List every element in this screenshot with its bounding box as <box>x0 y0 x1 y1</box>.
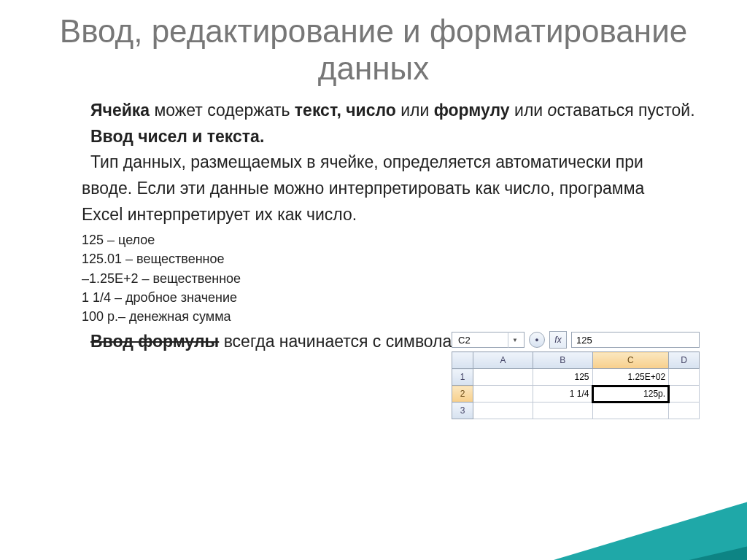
list-item: 125.01 – вещественное <box>82 249 718 268</box>
body-content: Ячейка может содержать текст, число или … <box>29 98 718 354</box>
decorative-triangle-2 <box>408 524 747 560</box>
cell-d3[interactable] <box>669 402 700 419</box>
p1-bold-formulu: формулу <box>434 101 510 120</box>
excel-name-box-value: C2 <box>458 335 471 346</box>
p1-text-3: или <box>510 101 548 120</box>
p1-italic-o: о <box>548 101 557 120</box>
row-header-1[interactable]: 1 <box>452 369 473 386</box>
col-header-d[interactable]: D <box>669 352 700 369</box>
list-item: 1 1/4 – дробное значение <box>82 288 718 307</box>
p1-bold-tekst-chislo: текст, число <box>295 101 396 120</box>
cell-b3[interactable] <box>533 402 592 419</box>
list-item: 125 – целое <box>82 230 718 249</box>
excel-formula-row: C2 ▼ ● fx 125 <box>452 331 700 349</box>
excel-header-row: A B C D <box>452 352 700 369</box>
cell-c2[interactable]: 125р. <box>592 386 669 402</box>
excel-row-3: 3 <box>452 402 700 419</box>
excel-name-box[interactable]: C2 ▼ <box>452 332 525 348</box>
p1-text-4: ставаться пустой. <box>557 101 694 120</box>
excel-formula-bar[interactable]: 125 <box>571 332 700 348</box>
paragraph-1: Ячейка может содержать текст, число или … <box>82 98 718 124</box>
row-header-3[interactable]: 3 <box>452 402 473 419</box>
list-item: 100 р.– денежная сумма <box>82 307 718 326</box>
excel-fill-handle-icon[interactable]: ● <box>529 332 545 348</box>
cell-a2[interactable] <box>473 386 533 402</box>
cell-b1[interactable]: 125 <box>533 369 592 386</box>
excel-grid: A B C D 1 125 1.25E+02 2 1 1/4 125р. 3 <box>452 351 700 419</box>
col-header-c[interactable]: C <box>592 352 669 369</box>
number-types-list: 125 – целое 125.01 – вещественное –1.25Е… <box>82 230 718 325</box>
chevron-down-icon: ▼ <box>508 332 522 348</box>
fx-icon[interactable]: fx <box>549 331 567 349</box>
cell-c1[interactable]: 1.25E+02 <box>592 369 669 386</box>
page-title: Ввод, редактирование и форматирование да… <box>29 13 718 87</box>
p1-bold-yacheyka: Ячейка <box>90 101 150 120</box>
cell-d2[interactable] <box>669 386 700 402</box>
row-header-2[interactable]: 2 <box>452 386 473 402</box>
p1-text-2: или <box>396 101 434 120</box>
col-header-a[interactable]: A <box>473 352 533 369</box>
list-item: –1.25Е+2 – вещественное <box>82 269 718 288</box>
excel-row-2: 2 1 1/4 125р. <box>452 386 700 402</box>
excel-formula-value: 125 <box>576 335 592 346</box>
p1-text-1: может содержать <box>150 101 295 120</box>
paragraph-2: Ввод чисел и текста. <box>82 124 718 150</box>
col-header-b[interactable]: B <box>533 352 592 369</box>
cell-c3[interactable] <box>592 402 669 419</box>
cell-a3[interactable] <box>473 402 533 419</box>
excel-fragment: C2 ▼ ● fx 125 A B C D 1 125 <box>452 331 700 419</box>
p4-text-1: всегда начинается с символа <box>219 332 456 351</box>
cell-d1[interactable] <box>669 369 700 386</box>
slide-container: Ввод, редактирование и форматирование да… <box>0 0 747 560</box>
excel-row-1: 1 125 1.25E+02 <box>452 369 700 386</box>
paragraph-3: Тип данных, размещаемых в ячейке, опреде… <box>82 149 680 228</box>
cell-a1[interactable] <box>473 369 533 386</box>
corner-cell[interactable] <box>452 352 473 369</box>
cell-b2[interactable]: 1 1/4 <box>533 386 592 402</box>
p4-struck-bold: Ввод формулы <box>90 332 219 351</box>
